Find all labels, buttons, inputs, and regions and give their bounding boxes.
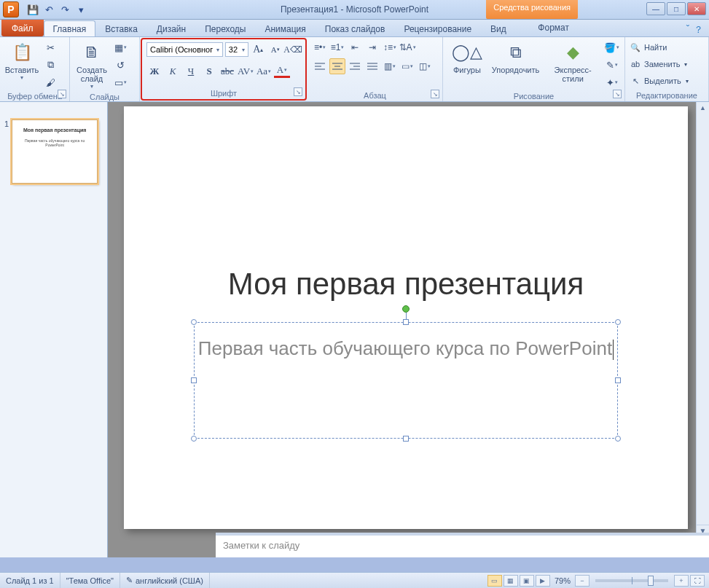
view-sorter-icon[interactable]: ▦ bbox=[504, 575, 518, 587]
font-color-button[interactable]: A bbox=[274, 63, 290, 78]
shape-outline-icon[interactable]: ✎ bbox=[604, 57, 620, 73]
justify-icon[interactable] bbox=[364, 58, 380, 74]
align-center-icon[interactable] bbox=[329, 58, 345, 74]
tab-transitions[interactable]: Переходы bbox=[195, 20, 255, 36]
decrease-indent-icon[interactable]: ⇤ bbox=[347, 39, 363, 55]
reset-icon[interactable]: ↺ bbox=[112, 57, 128, 73]
tab-view[interactable]: Вид bbox=[481, 20, 516, 36]
resize-handle-w[interactable] bbox=[191, 377, 197, 383]
arrange-button[interactable]: ⧉ Упорядочить bbox=[490, 39, 542, 90]
maximize-button[interactable]: □ bbox=[667, 2, 686, 15]
resize-handle-n[interactable] bbox=[403, 319, 409, 325]
scroll-up-icon[interactable]: ▲ bbox=[697, 102, 709, 114]
tab-animation[interactable]: Анимация bbox=[255, 20, 315, 36]
fit-to-window-icon[interactable]: ⛶ bbox=[690, 575, 705, 587]
change-case-button[interactable]: Aa bbox=[256, 63, 272, 79]
subtitle-textbox[interactable]: Первая часть обучающего курса по PowerPo… bbox=[194, 322, 618, 439]
tab-insert[interactable]: Вставка bbox=[95, 20, 147, 36]
undo-icon[interactable]: ↶ bbox=[42, 3, 55, 16]
slide-canvas[interactable]: Моя первая презентация Первая часть обуч… bbox=[124, 106, 688, 529]
drawing-launcher[interactable]: ↘ bbox=[613, 90, 622, 98]
zoom-slider[interactable] bbox=[595, 579, 668, 582]
bullets-icon[interactable]: ≡• bbox=[312, 39, 328, 55]
find-button[interactable]: 🔍Найти bbox=[630, 39, 704, 55]
new-slide-button[interactable]: 🗎 Создать слайд ▾ bbox=[74, 39, 109, 91]
select-button[interactable]: ↖Выделить▾ bbox=[630, 73, 704, 89]
grow-font-icon[interactable]: A▴ bbox=[251, 42, 265, 58]
paragraph-launcher[interactable]: ↘ bbox=[431, 90, 439, 98]
font-size-combo[interactable]: 32▾ bbox=[225, 42, 248, 57]
vertical-scrollbar[interactable]: ▲ ▼ ⇞ ⇟ bbox=[696, 102, 709, 557]
view-normal-icon[interactable]: ▭ bbox=[487, 575, 502, 587]
tab-design[interactable]: Дизайн bbox=[147, 20, 195, 36]
increase-indent-icon[interactable]: ⇥ bbox=[364, 39, 380, 55]
close-button[interactable]: ✕ bbox=[687, 2, 706, 15]
char-spacing-button[interactable]: AV bbox=[238, 63, 254, 79]
rotation-handle[interactable] bbox=[402, 305, 410, 313]
text-shadow-button[interactable]: S bbox=[201, 63, 217, 79]
format-painter-icon[interactable]: 🖌 bbox=[42, 74, 58, 90]
clear-formatting-icon[interactable]: A⌫ bbox=[285, 42, 301, 58]
status-language[interactable]: ✎английский (США) bbox=[120, 573, 210, 588]
subtitle-text[interactable]: Первая часть обучающего курса по PowerPo… bbox=[195, 323, 617, 361]
paste-button[interactable]: 📋 Вставить ▾ bbox=[4, 39, 39, 90]
thumbnail-panel: 1 Моя первая презентация Первая часть об… bbox=[0, 102, 108, 557]
shapes-icon: ◯△ bbox=[455, 41, 479, 64]
thumb-title: Моя первая презентация bbox=[17, 128, 93, 133]
columns-icon[interactable]: ▥ bbox=[382, 58, 398, 74]
italic-button[interactable]: К bbox=[165, 63, 181, 79]
shapes-button[interactable]: ◯△ Фигуры bbox=[447, 39, 487, 90]
tab-slideshow[interactable]: Показ слайдов bbox=[316, 20, 395, 36]
view-reading-icon[interactable]: ▣ bbox=[520, 575, 534, 587]
align-text-icon[interactable]: ▭ bbox=[399, 58, 415, 74]
zoom-level[interactable]: 79% bbox=[555, 576, 571, 585]
cut-icon[interactable]: ✂ bbox=[42, 39, 58, 55]
font-launcher[interactable]: ↘ bbox=[294, 87, 302, 96]
thumbnail-item[interactable]: 1 Моя первая презентация Первая часть об… bbox=[0, 115, 107, 188]
help-icon[interactable]: ？ bbox=[694, 23, 703, 36]
resize-handle-ne[interactable] bbox=[615, 319, 621, 325]
quick-styles-button[interactable]: ◆ Экспресс-стили bbox=[544, 39, 601, 90]
resize-handle-e[interactable] bbox=[615, 377, 621, 383]
notes-pane[interactable]: Заметки к слайду bbox=[216, 533, 709, 557]
layout-icon[interactable]: ▦ bbox=[112, 39, 128, 55]
resize-handle-nw[interactable] bbox=[191, 319, 197, 325]
slide-editor[interactable]: Моя первая презентация Первая часть обуч… bbox=[108, 102, 709, 557]
zoom-knob[interactable] bbox=[648, 576, 654, 586]
qat-customize-icon[interactable]: ▾ bbox=[74, 3, 87, 16]
file-tab[interactable]: Файл bbox=[1, 20, 44, 36]
tab-home[interactable]: Главная bbox=[44, 20, 96, 36]
font-name-combo[interactable]: Calibri (Основног▾ bbox=[146, 42, 223, 57]
slide-title-text[interactable]: Моя первая презентация bbox=[124, 267, 688, 302]
save-icon[interactable]: 💾 bbox=[26, 3, 39, 16]
resize-handle-s[interactable] bbox=[403, 436, 409, 442]
resize-handle-sw[interactable] bbox=[191, 436, 197, 442]
numbering-icon[interactable]: ≡1 bbox=[329, 39, 345, 55]
shape-effects-icon[interactable]: ✦ bbox=[604, 74, 620, 90]
shrink-font-icon[interactable]: A▾ bbox=[268, 42, 283, 58]
align-right-icon[interactable] bbox=[347, 58, 363, 74]
smartart-icon[interactable]: ◫ bbox=[417, 58, 433, 74]
tab-format[interactable]: Формат bbox=[529, 20, 578, 36]
line-spacing-icon[interactable]: ↕≡ bbox=[382, 39, 398, 55]
view-slideshow-icon[interactable]: ▶ bbox=[536, 575, 550, 587]
resize-handle-se[interactable] bbox=[615, 436, 621, 442]
group-drawing: ◯△ Фигуры ⧉ Упорядочить ◆ Экспресс-стили… bbox=[443, 37, 625, 101]
align-left-icon[interactable] bbox=[312, 58, 328, 74]
text-direction-icon[interactable]: ⇅A bbox=[399, 39, 415, 55]
replace-button[interactable]: abЗаменить▾ bbox=[630, 56, 704, 72]
bold-button[interactable]: Ж bbox=[146, 63, 162, 79]
section-icon[interactable]: ▭ bbox=[112, 74, 128, 90]
minimize-button[interactable]: — bbox=[646, 2, 665, 15]
tab-review[interactable]: Рецензирование bbox=[394, 20, 481, 36]
redo-icon[interactable]: ↷ bbox=[58, 3, 71, 16]
group-paragraph-label: Абзац bbox=[312, 90, 438, 100]
ribbon-minimize-icon[interactable]: ˇ bbox=[686, 23, 689, 36]
shape-fill-icon[interactable]: 🪣 bbox=[604, 39, 620, 55]
strikethrough-button[interactable]: abc bbox=[219, 63, 235, 79]
underline-button[interactable]: Ч bbox=[183, 63, 199, 79]
zoom-out-icon[interactable]: − bbox=[575, 575, 589, 587]
copy-icon[interactable]: ⧉ bbox=[42, 57, 58, 73]
zoom-in-icon[interactable]: + bbox=[674, 575, 689, 587]
clipboard-launcher[interactable]: ↘ bbox=[58, 90, 66, 98]
